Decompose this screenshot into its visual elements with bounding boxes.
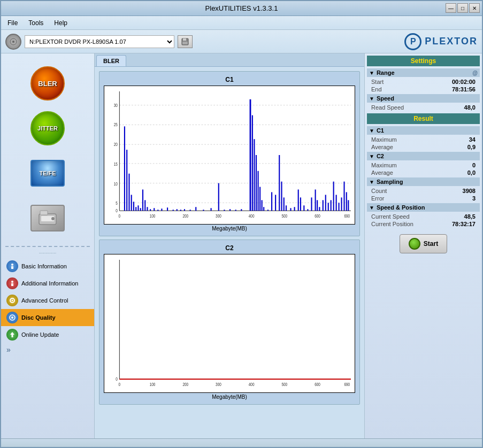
settings-header: Settings xyxy=(367,56,480,66)
c2-avg-row: Average 0,0 xyxy=(367,169,480,176)
svg-point-1 xyxy=(12,41,14,43)
drive-scan-button[interactable] xyxy=(21,197,74,240)
sidebar-item-online-update[interactable]: Online Update xyxy=(1,326,94,343)
toolbar: N:PLEXTOR DVDR PX-L890SA 1.07 P PLEXTOR xyxy=(1,30,482,53)
sampling-section-header[interactable]: ▼ Sampling xyxy=(367,177,480,186)
disc-test-buttons: BLER JITTER TE/FE xyxy=(1,58,94,244)
svg-rect-85 xyxy=(294,207,295,211)
svg-text:690: 690 xyxy=(344,213,350,219)
svg-rect-77 xyxy=(267,210,269,211)
svg-text:300: 300 xyxy=(216,213,221,219)
speed-position-section-header[interactable]: ▼ Speed & Position xyxy=(367,203,480,212)
minimize-button[interactable]: — xyxy=(446,3,456,13)
c1-section-header[interactable]: ▼ C1 xyxy=(367,126,480,135)
svg-point-8 xyxy=(51,217,55,220)
sidebar-expand-arrow[interactable]: » xyxy=(1,343,94,356)
range-section-header[interactable]: ▼ Range @ xyxy=(367,68,480,77)
current-position-value: 78:32:17 xyxy=(452,221,476,227)
svg-rect-93 xyxy=(319,207,320,211)
svg-rect-49 xyxy=(144,200,145,211)
speed-section-header[interactable]: ▼ Speed xyxy=(367,94,480,103)
svg-rect-101 xyxy=(341,197,342,211)
plextor-text: PLEXTOR xyxy=(425,36,478,47)
sampling-error-label: Error xyxy=(371,195,472,202)
svg-rect-75 xyxy=(262,200,263,211)
svg-rect-54 xyxy=(161,208,162,211)
tefe-button[interactable]: TE/FE xyxy=(21,152,74,195)
sidebar-item-advanced-control[interactable]: Advanced Control xyxy=(1,292,94,309)
bler-button[interactable]: BLER xyxy=(21,62,74,105)
svg-rect-67 xyxy=(235,210,236,211)
svg-text:600: 600 xyxy=(315,213,320,219)
c2-chart: 0 0 100 200 300 400 500 600 690 xyxy=(104,254,355,393)
menu-item-help[interactable]: Help xyxy=(50,18,72,28)
center-content: BLER C1 xyxy=(95,53,364,438)
sidebar-item-additional-information[interactable]: Additional Information xyxy=(1,275,94,292)
charts-area: C1 0 xyxy=(95,67,364,438)
c1-avg-row: Average 0,9 xyxy=(367,143,480,151)
sidebar-divider xyxy=(5,246,90,247)
sidebar: BLER JITTER TE/FE xyxy=(1,53,95,438)
svg-rect-69 xyxy=(250,99,251,211)
svg-rect-51 xyxy=(150,209,151,211)
svg-rect-83 xyxy=(286,205,287,211)
speed-toggle: ▼ xyxy=(369,96,374,102)
c1-max-label: Maximum xyxy=(371,136,469,143)
c1-chart-title: C1 xyxy=(104,76,355,83)
c2-max-label: Maximum xyxy=(371,162,472,168)
start-label: Start xyxy=(424,240,438,248)
c2-result-label: C2 xyxy=(377,153,384,159)
menu-item-tools[interactable]: Tools xyxy=(24,18,48,28)
svg-rect-53 xyxy=(157,210,158,211)
sampling-label: Sampling xyxy=(377,179,403,185)
sidebar-item-basic-information[interactable]: Basic Information xyxy=(1,258,94,275)
range-at: @ xyxy=(472,70,478,76)
c2-max-value: 0 xyxy=(472,162,476,168)
svg-text:400: 400 xyxy=(249,382,255,387)
disc-quality-label: Disc Quality xyxy=(21,314,56,321)
svg-text:10: 10 xyxy=(114,181,118,187)
drive-selector[interactable]: N:PLEXTOR DVDR PX-L890SA 1.07 xyxy=(25,35,174,48)
c1-chart: 0 5 10 15 20 25 30 0 100 200 300 400 500 xyxy=(104,86,355,225)
svg-text:600: 600 xyxy=(315,382,320,387)
speed-position-label: Speed & Position xyxy=(377,204,425,211)
close-button[interactable]: ✕ xyxy=(469,3,480,13)
c1-x-label: Megabyte(MB) xyxy=(104,226,355,231)
svg-rect-41 xyxy=(126,150,127,211)
read-speed-value: 48,0 xyxy=(464,104,476,111)
jitter-icon: JITTER xyxy=(30,111,65,145)
tab-bler[interactable]: BLER xyxy=(96,55,126,66)
main-content: BLER JITTER TE/FE xyxy=(1,53,482,438)
svg-text:690: 690 xyxy=(344,382,350,387)
range-start-row: Start 00:02:00 xyxy=(367,78,480,86)
svg-text:200: 200 xyxy=(182,213,188,219)
c2-max-row: Maximum 0 xyxy=(367,161,480,169)
c2-section-header[interactable]: ▼ C2 xyxy=(367,152,480,160)
maximize-button[interactable]: □ xyxy=(457,3,468,13)
svg-rect-102 xyxy=(343,182,344,211)
c1-chart-container: C1 0 xyxy=(99,71,360,236)
advanced-control-label: Advanced Control xyxy=(21,297,68,304)
c1-avg-value: 0,9 xyxy=(467,144,476,150)
menu-bar: File Tools Help xyxy=(1,16,482,30)
sampling-error-row: Error 3 xyxy=(367,195,480,202)
svg-rect-76 xyxy=(263,207,264,211)
range-end-label: End xyxy=(371,86,452,92)
svg-text:400: 400 xyxy=(249,213,255,219)
svg-rect-61 xyxy=(195,207,196,211)
jitter-button[interactable]: JITTER xyxy=(21,107,74,150)
start-btn-container: Start xyxy=(367,234,480,253)
menu-item-file[interactable]: File xyxy=(3,18,22,28)
svg-rect-98 xyxy=(333,182,334,211)
basic-information-label: Basic Information xyxy=(21,263,67,269)
c2-x-label: Megabyte(MB) xyxy=(104,394,355,400)
svg-point-9 xyxy=(11,264,13,266)
svg-rect-60 xyxy=(190,210,191,211)
svg-rect-74 xyxy=(259,187,260,211)
start-button[interactable]: Start xyxy=(400,234,447,253)
save-button[interactable] xyxy=(178,35,193,48)
title-bar: PlexUTILITIES v1.3.3.1 — □ ✕ xyxy=(1,1,482,16)
svg-rect-4 xyxy=(182,42,188,44)
sidebar-item-disc-quality[interactable]: Disc Quality xyxy=(1,309,94,326)
svg-rect-3 xyxy=(183,38,186,41)
